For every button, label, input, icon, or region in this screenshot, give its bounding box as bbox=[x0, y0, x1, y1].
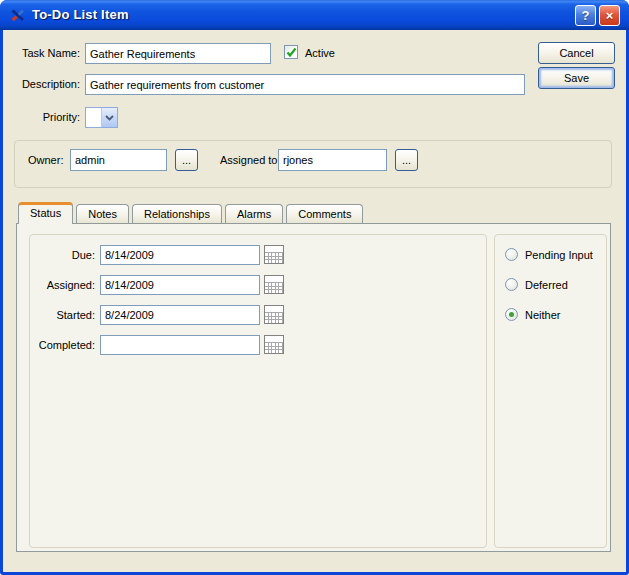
task-name-label: Task Name: bbox=[9, 47, 80, 59]
tab-notes[interactable]: Notes bbox=[76, 204, 129, 223]
calendar-icon[interactable] bbox=[264, 275, 284, 294]
completed-date-input[interactable] bbox=[100, 335, 260, 355]
calendar-icon[interactable] bbox=[264, 305, 284, 324]
dates-groupbox: Due: Assigned: Started: Completed: bbox=[29, 234, 487, 548]
tab-alarms[interactable]: Alarms bbox=[225, 204, 283, 223]
owner-input[interactable] bbox=[70, 149, 167, 171]
assigned-date-input[interactable] bbox=[100, 275, 260, 295]
priority-dropdown[interactable] bbox=[85, 107, 118, 128]
calendar-icon-grid bbox=[265, 252, 283, 263]
radio-icon bbox=[505, 248, 518, 261]
radio-neither[interactable]: Neither bbox=[505, 307, 560, 322]
due-date-row: Due: bbox=[30, 245, 486, 267]
close-button[interactable]: × bbox=[599, 5, 620, 26]
radio-deferred-label: Deferred bbox=[525, 279, 568, 291]
active-label: Active bbox=[305, 47, 335, 59]
assigned-date-row: Assigned: bbox=[30, 275, 486, 297]
active-checkbox[interactable] bbox=[284, 45, 298, 59]
cancel-button[interactable]: Cancel bbox=[538, 42, 615, 64]
completed-label: Completed: bbox=[32, 339, 95, 351]
task-name-input[interactable] bbox=[85, 43, 271, 64]
radio-neither-label: Neither bbox=[525, 309, 560, 321]
assigned-label: Assigned: bbox=[32, 279, 95, 291]
dialog-body: Task Name: Active Cancel Description: Sa… bbox=[3, 30, 626, 572]
titlebar-buttons: ? × bbox=[575, 5, 620, 26]
assigned-to-browse-button[interactable]: ... bbox=[395, 149, 418, 171]
priority-value bbox=[86, 108, 101, 127]
app-icon bbox=[10, 7, 26, 23]
started-label: Started: bbox=[32, 309, 95, 321]
radio-dot bbox=[509, 312, 514, 317]
calendar-icon[interactable] bbox=[264, 245, 284, 264]
completed-date-row: Completed: bbox=[30, 335, 486, 357]
tab-status[interactable]: Status bbox=[18, 202, 73, 224]
radio-deferred[interactable]: Deferred bbox=[505, 277, 568, 292]
help-button[interactable]: ? bbox=[575, 5, 596, 26]
chevron-down-icon[interactable] bbox=[101, 108, 117, 127]
radio-icon bbox=[505, 308, 518, 321]
calendar-icon-grid bbox=[265, 312, 283, 323]
dialog-window: To-Do List Item ? × Task Name: Active Ca… bbox=[0, 0, 629, 575]
status-tab-panel: Due: Assigned: Started: Completed: bbox=[16, 223, 611, 552]
calendar-icon[interactable] bbox=[264, 335, 284, 354]
assigned-to-input[interactable] bbox=[278, 149, 387, 171]
tab-bar: Status Notes Relationships Alarms Commen… bbox=[18, 201, 366, 224]
description-label: Description: bbox=[9, 78, 80, 90]
priority-label: Priority: bbox=[9, 111, 80, 123]
save-button[interactable]: Save bbox=[538, 67, 615, 89]
radio-icon bbox=[505, 278, 518, 291]
calendar-icon-grid bbox=[265, 282, 283, 293]
title-bar[interactable]: To-Do List Item ? × bbox=[0, 0, 629, 30]
radio-pending-input-label: Pending Input bbox=[525, 249, 593, 261]
started-date-row: Started: bbox=[30, 305, 486, 327]
calendar-icon-grid bbox=[265, 342, 283, 353]
radio-pending-input[interactable]: Pending Input bbox=[505, 247, 593, 262]
tab-relationships[interactable]: Relationships bbox=[132, 204, 222, 223]
owner-label: Owner: bbox=[28, 154, 63, 166]
due-date-input[interactable] bbox=[100, 245, 260, 265]
assigned-to-label: Assigned to: bbox=[220, 154, 281, 166]
tab-comments[interactable]: Comments bbox=[286, 204, 363, 223]
status-radio-groupbox: Pending Input Deferred Neither bbox=[494, 234, 607, 548]
description-input[interactable] bbox=[85, 74, 525, 95]
due-label: Due: bbox=[32, 249, 95, 261]
owner-browse-button[interactable]: ... bbox=[175, 149, 198, 171]
owner-groupbox: Owner: ... Assigned to: ... bbox=[14, 140, 612, 188]
started-date-input[interactable] bbox=[100, 305, 260, 325]
window-title: To-Do List Item bbox=[32, 7, 129, 22]
check-icon bbox=[286, 47, 297, 60]
